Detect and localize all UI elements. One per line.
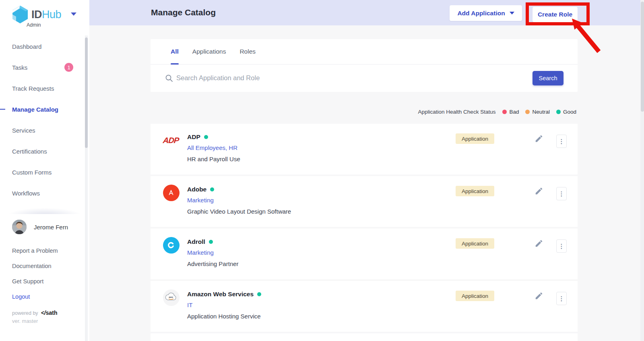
- sidebar-item-track-requests[interactable]: Track Requests: [0, 78, 89, 99]
- version-label: ver. master: [12, 318, 38, 324]
- sidebar-scrollbar-track[interactable]: [85, 35, 88, 341]
- health-check-legend: Application Health Check Status Bad Neut…: [151, 109, 576, 115]
- svg-text:aws: aws: [169, 296, 173, 298]
- sidebar-item-services[interactable]: Services: [0, 120, 89, 141]
- type-badge: Application: [456, 186, 494, 196]
- application-list: ADP ADP All Employees, HR HR and Payroll…: [151, 124, 578, 333]
- adp-logo: ADP: [162, 131, 180, 149]
- powered-by-label: powered by: [12, 310, 38, 316]
- tab-all[interactable]: All: [171, 39, 179, 64]
- sidebar-footer-link-logout[interactable]: Logout: [12, 289, 85, 304]
- edit-pencil-icon[interactable]: [535, 134, 543, 143]
- page-scrollbar-thumb[interactable]: [641, 2, 644, 112]
- kebab-menu-button[interactable]: ⋮: [556, 135, 567, 148]
- application-name: Adroll: [187, 238, 205, 245]
- idhub-wordmark: IDHub: [31, 8, 61, 21]
- kebab-menu-button[interactable]: ⋮: [556, 292, 567, 305]
- application-description: Graphic Video Layout Design Software: [187, 208, 291, 215]
- search-row: Search: [151, 64, 578, 91]
- sath-logo: </sath: [41, 310, 58, 316]
- application-name: Amazon Web Services: [187, 291, 254, 298]
- application-description: HR and Payroll Use: [187, 156, 240, 162]
- kebab-menu-button[interactable]: ⋮: [556, 187, 567, 200]
- user-name: Jerome Fern: [34, 224, 68, 231]
- type-badge: Application: [456, 291, 494, 301]
- type-badge: Application: [456, 133, 494, 144]
- page-scrollbar-track[interactable]: [640, 0, 644, 341]
- legend-items: Bad Neutral Good: [502, 109, 576, 115]
- legend-item: Bad: [502, 109, 519, 115]
- edit-pencil-icon[interactable]: [535, 187, 543, 195]
- edit-pencil-icon[interactable]: [535, 239, 543, 248]
- adroll-logo: [162, 236, 180, 254]
- application-groups-link[interactable]: All Employees, HR: [187, 144, 240, 151]
- sidebar-item-custom-forms[interactable]: Custom Forms: [0, 162, 89, 183]
- application-groups-link[interactable]: Marketing: [187, 197, 291, 204]
- catalog-tabs: All Applications Roles: [151, 39, 578, 64]
- kebab-menu-button[interactable]: ⋮: [556, 239, 567, 253]
- sidebar-footer-link-report-a-problem[interactable]: Report a Problem: [12, 243, 85, 258]
- sidebar-item-manage-catalog[interactable]: Manage Catalog: [0, 99, 89, 120]
- page-title: Manage Catalog: [151, 8, 216, 17]
- workspace-caret-icon[interactable]: [71, 12, 76, 16]
- sidebar: IDHub Admin Dashboard Tasks 1 Track Requ…: [0, 0, 89, 341]
- application-row: Adroll Marketing Advertising Partner App…: [151, 229, 578, 279]
- type-badge: Application: [456, 238, 494, 249]
- legend-title: Application Health Check Status: [418, 109, 496, 115]
- search-input[interactable]: [176, 74, 458, 82]
- sidebar-scrollbar-thumb[interactable]: [85, 37, 88, 148]
- edit-pencil-icon[interactable]: [535, 291, 543, 300]
- sidebar-footer-links: Report a Problem Documentation Get Suppo…: [12, 243, 85, 304]
- sidebar-item-tasks[interactable]: Tasks 1: [0, 57, 89, 78]
- application-groups-link[interactable]: Marketing: [187, 249, 239, 256]
- legend-item: Good: [556, 109, 576, 115]
- user-profile[interactable]: Jerome Fern: [12, 220, 68, 234]
- adobe-logo: [162, 184, 180, 202]
- health-status-dot: [257, 292, 261, 296]
- application-row: aws Amazon Web Services IT Application H…: [151, 281, 578, 332]
- catalog-toolbar-card: All Applications Roles Search: [151, 39, 578, 92]
- health-status-dot: [209, 240, 213, 244]
- manage-catalog-page: IDHub Admin Dashboard Tasks 1 Track Requ…: [0, 0, 644, 341]
- create-role-button[interactable]: Create Role: [533, 7, 578, 22]
- sidebar-footer-link-get-support[interactable]: Get Support: [12, 274, 85, 289]
- tab-roles[interactable]: Roles: [239, 39, 256, 64]
- sidebar-item-dashboard[interactable]: Dashboard: [0, 36, 89, 57]
- chevron-down-icon: [510, 12, 514, 15]
- sidebar-nav: Dashboard Tasks 1 Track Requests Manage …: [0, 36, 89, 204]
- sidebar-item-workflows[interactable]: Workflows: [0, 183, 89, 204]
- application-groups-link[interactable]: IT: [187, 301, 261, 308]
- application-row: ADP ADP All Employees, HR HR and Payroll…: [151, 124, 578, 175]
- count-badge: 1: [64, 63, 73, 72]
- status-dot: [502, 110, 507, 114]
- application-description: Application Hosting Service: [187, 313, 261, 320]
- sidebar-item-certifications[interactable]: Certifications: [0, 141, 89, 162]
- search-icon: [165, 74, 173, 82]
- status-dot: [525, 110, 530, 114]
- application-description: Advertising Partner: [187, 260, 239, 267]
- sidebar-footer-link-documentation[interactable]: Documentation: [12, 258, 85, 274]
- health-status-dot: [204, 135, 208, 139]
- tab-applications[interactable]: Applications: [192, 39, 226, 64]
- idhub-hexagon-icon: [11, 5, 29, 24]
- add-application-button[interactable]: Add Application: [450, 5, 522, 21]
- idhub-logo: IDHub: [11, 5, 61, 24]
- list-row-partial: [151, 333, 578, 341]
- sidebar-shadow-divider: [0, 203, 89, 214]
- application-name: Adobe: [187, 186, 206, 193]
- search-button[interactable]: Search: [533, 71, 564, 85]
- health-status-dot: [210, 187, 214, 191]
- status-dot: [556, 110, 561, 114]
- avatar: [12, 220, 27, 234]
- application-row: Adobe Marketing Graphic Video Layout Des…: [151, 176, 578, 227]
- application-name: ADP: [187, 133, 200, 141]
- powered-by: powered by </sath: [12, 310, 58, 316]
- aws-logo: aws: [162, 289, 180, 306]
- workspace-subtitle: Admin: [27, 22, 41, 28]
- legend-item: Neutral: [525, 109, 550, 115]
